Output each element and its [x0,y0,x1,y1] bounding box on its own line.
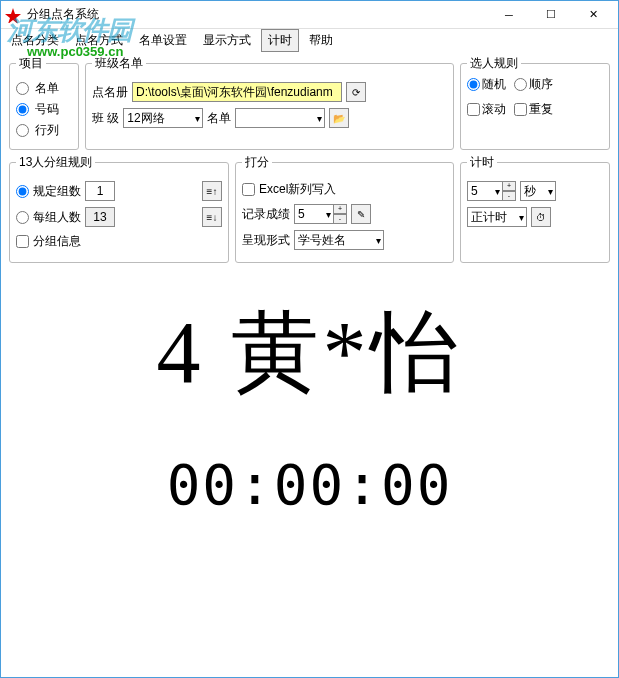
file-refresh-icon[interactable]: ⟳ [346,82,366,102]
file-label: 点名册 [92,84,128,101]
score-legend: 打分 [242,154,272,171]
radio-random[interactable] [467,78,480,91]
class-combo[interactable]: 12网络 [123,108,203,128]
app-window: 河东软件园 www.pc0359.cn 分组点名系统 ─ ☐ ✕ 点名分类 点名… [0,0,619,678]
radio-list[interactable] [16,82,29,95]
groups-input[interactable] [85,181,115,201]
radio-groups-label: 规定组数 [33,183,81,200]
radio-rowcol[interactable] [16,124,29,137]
radio-groups[interactable] [16,185,29,198]
grouprule-legend: 13人分组规则 [16,154,95,171]
radio-per-label: 每组人数 [33,209,81,226]
per-input[interactable] [85,207,115,227]
sort-down-icon[interactable]: ≡↓ [202,207,222,227]
check-info-label: 分组信息 [33,233,81,250]
row1: 项目 名单 号码 行列 班级名单 点名册 ⟳ 班 级 12网络 名单 📂 [9,55,610,150]
classlist-group: 班级名单 点名册 ⟳ 班 级 12网络 名单 📂 [85,55,454,150]
class-label: 班 级 [92,110,119,127]
timer-group: 计时 5 +- 秒 正计时 ⏱ [460,154,610,263]
radio-order[interactable] [514,78,527,91]
list-combo[interactable] [235,108,325,128]
radio-number[interactable] [16,103,29,116]
project-group: 项目 名单 号码 行列 [9,55,79,150]
minimize-button[interactable]: ─ [488,2,530,28]
show-combo[interactable]: 学号姓名 [294,230,384,250]
close-button[interactable]: ✕ [572,2,614,28]
window-title: 分组点名系统 [27,6,488,23]
record-combo[interactable]: 5 [294,204,334,224]
maximize-button[interactable]: ☐ [530,2,572,28]
folder-open-icon[interactable]: 📂 [329,108,349,128]
stopwatch-icon[interactable]: ⏱ [531,207,551,227]
list-label: 名单 [207,110,231,127]
window-controls: ─ ☐ ✕ [488,2,614,28]
radio-per[interactable] [16,211,29,224]
timer-val-combo[interactable]: 5 [467,181,503,201]
radio-list-label: 名单 [35,80,59,97]
timer-down[interactable]: - [502,191,516,201]
timer-up[interactable]: + [502,181,516,191]
timer-legend: 计时 [467,154,497,171]
selectrule-group: 选人规则 随机 顺序 滚动 重复 [460,55,610,150]
file-input[interactable] [132,82,342,102]
record-label: 记录成绩 [242,206,290,223]
sort-up-icon[interactable]: ≡↑ [202,181,222,201]
score-group: 打分 Excel新列写入 记录成绩 5 +- ✎ 呈现形式 学号姓名 [235,154,454,263]
check-info[interactable] [16,235,29,248]
display-area: 4 黄*怡 [9,263,610,442]
menu-category[interactable]: 点名分类 [5,30,65,51]
selectrule-legend: 选人规则 [467,55,521,72]
grouprule-group: 13人分组规则 规定组数 ≡↑ 每组人数 ≡↓ 分组信息 [9,154,229,263]
record-up[interactable]: + [333,204,347,214]
menu-list-settings[interactable]: 名单设置 [133,30,193,51]
row2: 13人分组规则 规定组数 ≡↑ 每组人数 ≡↓ 分组信息 [9,154,610,263]
check-repeat-label: 重复 [529,101,553,118]
app-icon [5,7,21,23]
content: 项目 名单 号码 行列 班级名单 点名册 ⟳ 班 级 12网络 名单 📂 [1,51,618,531]
timer-text: 00:00:00 [19,452,600,517]
record-down[interactable]: - [333,214,347,224]
radio-order-label: 顺序 [529,76,553,93]
check-excel[interactable] [242,183,255,196]
check-excel-label: Excel新列写入 [259,181,336,198]
check-repeat[interactable] [514,103,527,116]
timer-mode-combo[interactable]: 正计时 [467,207,527,227]
menubar: 点名分类 点名方式 名单设置 显示方式 计时 帮助 [1,29,618,51]
menu-timer[interactable]: 计时 [261,29,299,52]
menu-help[interactable]: 帮助 [303,30,339,51]
radio-rowcol-label: 行列 [35,122,59,139]
project-legend: 项目 [16,55,46,72]
show-label: 呈现形式 [242,232,290,249]
classlist-legend: 班级名单 [92,55,146,72]
timer-display: 00:00:00 [9,442,610,527]
menu-method[interactable]: 点名方式 [69,30,129,51]
check-scroll[interactable] [467,103,480,116]
menu-display[interactable]: 显示方式 [197,30,257,51]
check-scroll-label: 滚动 [482,101,506,118]
radio-number-label: 号码 [35,101,59,118]
timer-unit-combo[interactable]: 秒 [520,181,556,201]
radio-random-label: 随机 [482,76,506,93]
selected-name: 4 黄*怡 [19,293,600,412]
write-icon[interactable]: ✎ [351,204,371,224]
titlebar: 分组点名系统 ─ ☐ ✕ [1,1,618,29]
